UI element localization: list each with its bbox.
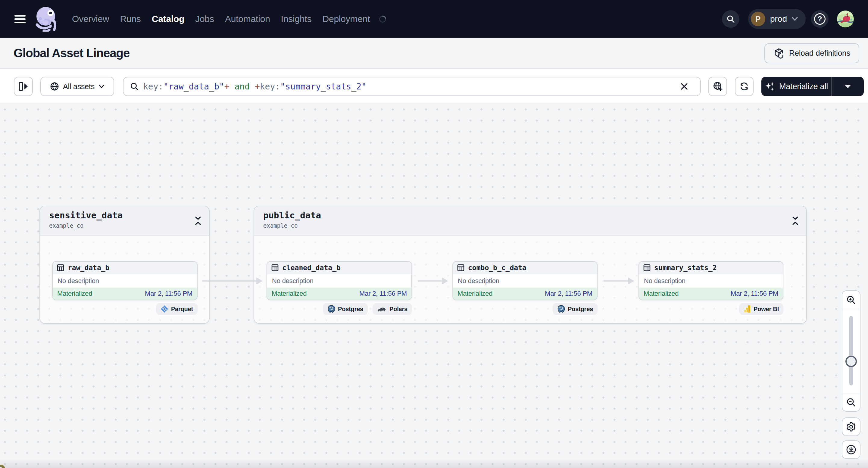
caret-down-icon bbox=[844, 84, 852, 89]
clear-filter-button[interactable] bbox=[680, 82, 693, 91]
postgres-icon bbox=[328, 305, 335, 313]
kind-tag-parquet[interactable]: Parquet bbox=[156, 303, 197, 315]
zoom-in-icon bbox=[846, 295, 856, 305]
app-root: Overview Runs Catalog Jobs Automation In… bbox=[0, 0, 868, 468]
globe-icon bbox=[50, 82, 59, 91]
page-title: Global Asset Lineage bbox=[13, 46, 129, 60]
group-title: public_data bbox=[263, 210, 799, 220]
asset-status-row: Materialized Mar 2, 11:56 PM bbox=[453, 288, 597, 300]
kind-tag-power-bi[interactable]: Power BI bbox=[739, 303, 783, 315]
zoom-out-button[interactable] bbox=[842, 393, 860, 411]
nav-item-runs[interactable]: Runs bbox=[120, 14, 141, 24]
panel-expand-icon bbox=[19, 82, 29, 91]
chevron-down-icon bbox=[791, 17, 799, 21]
polars-icon bbox=[377, 306, 387, 312]
zoom-controls bbox=[842, 290, 861, 412]
asset-name: summary_stats_2 bbox=[654, 264, 717, 272]
question-icon: ? bbox=[814, 13, 826, 25]
status-timestamp: Mar 2, 11:56 PM bbox=[359, 290, 407, 298]
asset-name: cleaned_data_b bbox=[282, 264, 341, 272]
reload-definitions-button[interactable]: Reload definitions bbox=[765, 43, 859, 63]
collapse-group-button[interactable] bbox=[792, 216, 799, 226]
primary-nav: Overview Runs Catalog Jobs Automation In… bbox=[72, 14, 386, 24]
collapse-group-button[interactable] bbox=[195, 216, 201, 226]
user-avatar[interactable] bbox=[837, 10, 854, 27]
zoom-slider[interactable] bbox=[842, 309, 860, 393]
help-button[interactable]: ? bbox=[811, 10, 829, 28]
nav-item-automation[interactable]: Automation bbox=[225, 14, 270, 24]
page-header: Global Asset Lineage Reload definitions bbox=[0, 38, 868, 69]
table-icon bbox=[271, 264, 279, 271]
lineage-toolbar: All assets key:"raw_data_b"+ and +key:"s… bbox=[0, 69, 868, 103]
materialize-all-split-button: Materialize all bbox=[762, 77, 864, 96]
asset-node-raw-data-b[interactable]: raw_data_b No description Materialized M… bbox=[52, 261, 197, 300]
status-badge: Materialized bbox=[272, 290, 307, 298]
deployment-spinner-icon bbox=[378, 14, 387, 24]
reload-definitions-icon bbox=[773, 48, 784, 59]
asset-filter-input[interactable]: key:"raw_data_b"+ and +key:"summary_stat… bbox=[123, 77, 701, 96]
status-timestamp: Mar 2, 11:56 PM bbox=[145, 290, 192, 298]
nav-item-overview[interactable]: Overview bbox=[72, 14, 109, 24]
materialize-all-button[interactable]: Materialize all bbox=[762, 77, 831, 96]
nav-item-catalog[interactable]: Catalog bbox=[152, 14, 185, 24]
kind-tag-postgres[interactable]: Postgres bbox=[553, 303, 597, 315]
collapse-icon bbox=[195, 216, 201, 225]
deployment-switcher[interactable]: P prod bbox=[748, 9, 806, 29]
asset-name: raw_data_b bbox=[68, 264, 109, 272]
asset-description: No description bbox=[53, 274, 197, 288]
top-navbar: Overview Runs Catalog Jobs Automation In… bbox=[0, 0, 868, 38]
refresh-button[interactable] bbox=[735, 77, 753, 96]
asset-description: No description bbox=[453, 274, 597, 288]
download-icon bbox=[846, 444, 856, 455]
asset-tags-raw-data-b: Parquet bbox=[52, 303, 197, 315]
asset-node-combo-b-c-data[interactable]: combo_b_c_data No description Materializ… bbox=[453, 261, 597, 300]
kind-tag-polars[interactable]: Polars bbox=[373, 303, 412, 315]
add-scope-button[interactable] bbox=[708, 77, 727, 96]
asset-tags-cleaned-data-b: Postgres Polars bbox=[267, 303, 412, 315]
filter-query-text: key:"raw_data_b"+ and +key:"summary_stat… bbox=[143, 82, 680, 92]
nav-item-jobs[interactable]: Jobs bbox=[195, 14, 214, 24]
group-header[interactable]: sensitive_data example_co bbox=[40, 206, 209, 236]
open-asset-panel-button[interactable] bbox=[14, 77, 33, 96]
zoom-slider-knob[interactable] bbox=[845, 356, 857, 367]
table-icon bbox=[643, 264, 651, 271]
search-icon bbox=[726, 15, 735, 23]
asset-scope-dropdown[interactable]: All assets bbox=[40, 77, 114, 96]
global-search-button[interactable] bbox=[722, 10, 739, 28]
chevron-down-icon bbox=[98, 84, 104, 89]
nav-item-deployment[interactable]: Deployment bbox=[322, 14, 370, 24]
hamburger-menu-icon[interactable] bbox=[14, 15, 26, 23]
kind-tag-postgres[interactable]: Postgres bbox=[323, 303, 368, 315]
group-repo-label: example_co bbox=[263, 222, 799, 229]
close-icon bbox=[680, 82, 689, 91]
table-icon bbox=[457, 264, 464, 271]
parquet-icon bbox=[160, 305, 168, 313]
asset-node-cleaned-data-b[interactable]: cleaned_data_b No description Materializ… bbox=[267, 261, 412, 300]
search-icon bbox=[130, 82, 138, 91]
asset-description: No description bbox=[267, 274, 411, 288]
nav-item-insights[interactable]: Insights bbox=[281, 14, 312, 24]
asset-status-row: Materialized Mar 2, 11:56 PM bbox=[53, 288, 197, 300]
asset-tags-combo-b-c-data: Postgres bbox=[453, 303, 597, 315]
zoom-slider-track bbox=[849, 316, 853, 385]
asset-name: combo_b_c_data bbox=[468, 264, 526, 272]
download-image-button[interactable] bbox=[842, 440, 861, 459]
status-badge: Materialized bbox=[458, 290, 492, 298]
status-badge: Materialized bbox=[644, 290, 679, 298]
power-bi-icon bbox=[744, 305, 751, 313]
asset-node-summary-stats-2[interactable]: summary_stats_2 No description Materiali… bbox=[639, 261, 783, 300]
collapse-icon bbox=[792, 216, 799, 225]
refresh-icon bbox=[739, 81, 749, 92]
group-title: sensitive_data bbox=[49, 210, 201, 220]
group-header[interactable]: public_data example_co bbox=[254, 206, 806, 236]
status-timestamp: Mar 2, 11:56 PM bbox=[731, 290, 778, 298]
table-icon bbox=[57, 264, 64, 271]
zoom-in-button[interactable] bbox=[842, 291, 860, 309]
graph-settings-button[interactable] bbox=[842, 417, 861, 436]
dagster-logo[interactable] bbox=[35, 6, 58, 32]
postgres-icon bbox=[557, 305, 565, 313]
globe-plus-icon bbox=[713, 81, 723, 92]
materialize-options-button[interactable] bbox=[832, 77, 864, 96]
asset-node-header: summary_stats_2 bbox=[639, 262, 783, 274]
sparkles-icon bbox=[765, 81, 775, 92]
